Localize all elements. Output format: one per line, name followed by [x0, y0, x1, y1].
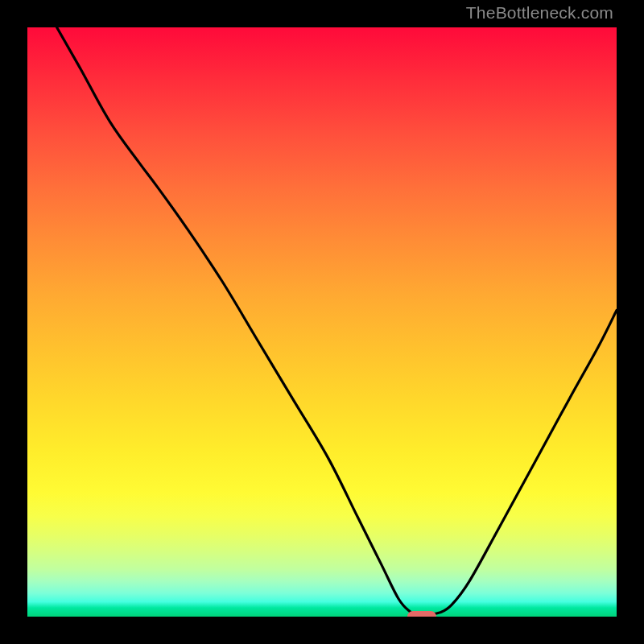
plot-area [27, 27, 617, 617]
optimum-marker [407, 611, 436, 617]
bottleneck-curve [27, 27, 617, 617]
outer-frame: TheBottleneck.com [0, 0, 644, 644]
watermark-text: TheBottleneck.com [466, 3, 613, 23]
